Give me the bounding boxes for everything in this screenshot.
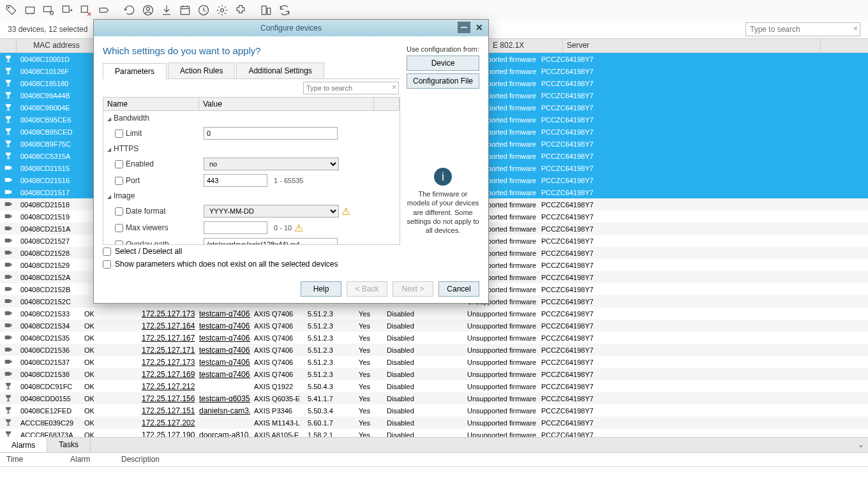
back-button[interactable]: < Back: [347, 281, 387, 297]
chk-show-missing[interactable]: [103, 260, 111, 269]
dialog-titlebar[interactable]: Configure devices ✕: [94, 20, 488, 36]
add-device-icon[interactable]: [58, 1, 76, 19]
cell-hostname[interactable]: danielsn-cam3...: [195, 406, 250, 415]
col-mac[interactable]: MAC address: [17, 39, 97, 52]
cell-ip[interactable]: 172.25.127.151: [138, 406, 195, 415]
table-row[interactable]: 00408CD21538OK172.25.127.169testcam-q740…: [0, 368, 868, 380]
cell-model: AXIS A8105-E: [250, 431, 304, 438]
col-ieee[interactable]: E 802.1X: [489, 39, 563, 52]
cell-hostname[interactable]: testcam-q7406...: [195, 346, 250, 355]
input-port[interactable]: [204, 174, 267, 187]
cell-ip[interactable]: 172.25.127.202: [138, 418, 195, 427]
tab-tasks[interactable]: Tasks: [47, 438, 91, 452]
col-icon[interactable]: [0, 39, 17, 52]
close-button[interactable]: ✕: [473, 22, 486, 33]
group-https[interactable]: HTTPS: [103, 142, 400, 156]
param-col-value[interactable]: Value: [199, 98, 374, 110]
config-file-button[interactable]: Configuration File: [407, 73, 479, 89]
select-enabled[interactable]: no: [204, 158, 339, 170]
cell-ip[interactable]: 172.25.127.173: [138, 309, 195, 318]
cell-hostname[interactable]: testcam-q7406...: [195, 334, 250, 343]
cell-ip[interactable]: 172.25.127.190: [138, 431, 195, 438]
cell-hostname[interactable]: testcam-q7406...: [195, 309, 250, 318]
cell-hostname[interactable]: testcam-q7406...: [195, 370, 250, 379]
col-alarm[interactable]: Alarm: [64, 453, 115, 466]
table-row[interactable]: ACCC8E039C29OK172.25.127.202AXIS M1143-L…: [0, 417, 868, 429]
chk-maxviewers[interactable]: [115, 224, 123, 232]
cell-ip[interactable]: 172.25.127.173: [138, 358, 195, 367]
cell-ip[interactable]: 172.25.127.212: [138, 382, 195, 391]
label-icon[interactable]: [95, 1, 113, 19]
cancel-button[interactable]: Cancel: [438, 281, 479, 297]
chk-enabled[interactable]: [115, 160, 123, 168]
tab-action-rules[interactable]: Action Rules: [168, 63, 235, 78]
table-row[interactable]: 00408CE12FEDOK172.25.127.151danielsn-cam…: [0, 404, 868, 417]
param-col-name[interactable]: Name: [103, 98, 199, 110]
user-screen-icon[interactable]: [40, 1, 57, 19]
input-maxviewers[interactable]: [204, 221, 267, 234]
cell-ip[interactable]: 172.25.127.156: [138, 394, 195, 403]
tab-alarms[interactable]: Alarms: [0, 437, 47, 452]
param-search-input[interactable]: [303, 82, 399, 94]
col-server[interactable]: Server: [563, 39, 821, 52]
cell-hostname[interactable]: doorcam-a810...: [195, 431, 250, 438]
user-icon[interactable]: [139, 1, 157, 19]
param-list[interactable]: Bandwidth Limit HTTPS Enabled no Port 1 …: [103, 111, 400, 245]
clock-icon[interactable]: [195, 1, 213, 19]
date-time-icon[interactable]: [176, 1, 194, 19]
input-limit[interactable]: [204, 127, 338, 140]
table-row[interactable]: 00408CDC91FCOK172.25.127.212AXIS Q19225.…: [0, 380, 868, 392]
table-row[interactable]: 00408CD21533OK172.25.127.173testcam-q740…: [0, 307, 868, 320]
chk-limit[interactable]: [115, 129, 123, 138]
table-row[interactable]: 00408CD21534OK172.25.127.164testcam-q740…: [0, 320, 868, 332]
clear-search-icon[interactable]: ×: [853, 24, 858, 33]
table-row[interactable]: 00408CDD0155OK172.25.127.156testcam-q603…: [0, 392, 868, 404]
group-image[interactable]: Image: [103, 189, 400, 203]
table-row[interactable]: 00408CD21536OK172.25.127.171testcam-q740…: [0, 344, 868, 356]
settings-icon[interactable]: [213, 1, 231, 19]
table-row[interactable]: 00408CD21535OK172.25.127.167testcam-q740…: [0, 332, 868, 344]
chk-port[interactable]: [115, 177, 123, 185]
tab-parameters[interactable]: Parameters: [103, 63, 167, 79]
download-icon[interactable]: [158, 1, 176, 19]
chk-dateformat[interactable]: [115, 207, 123, 216]
cell-ip[interactable]: 172.25.127.167: [138, 334, 195, 343]
minimize-button[interactable]: [458, 22, 470, 33]
cell-hostname[interactable]: testcam-q7406...: [195, 322, 250, 330]
help-button[interactable]: Help: [301, 281, 341, 297]
cell-server: PCCZC64198Y7: [537, 237, 795, 245]
cell-hostname[interactable]: testcam-q6035...: [195, 394, 250, 403]
next-button[interactable]: Next >: [393, 281, 433, 297]
server-icon[interactable]: [257, 1, 275, 19]
cell-ip[interactable]: 172.25.127.164: [138, 322, 195, 330]
col-time[interactable]: Time: [0, 453, 64, 466]
trophy-icon: [0, 66, 17, 77]
restart-icon[interactable]: [121, 1, 138, 19]
select-dateformat[interactable]: YYYY-MM-DD: [204, 205, 339, 218]
cell-fwver: 5.41.1.7: [304, 395, 355, 403]
tab-additional-settings[interactable]: Additional Settings: [236, 63, 324, 78]
refresh-icon[interactable]: [276, 1, 294, 19]
cell-server: PCCZC64198Y7: [537, 104, 795, 112]
tag-icon[interactable]: [3, 1, 20, 19]
chk-overlaypath[interactable]: [115, 240, 123, 246]
cell-hostname[interactable]: testcam-q7406...: [195, 358, 250, 367]
cell-server: PCCZC64198Y7: [537, 274, 795, 281]
trophy-icon: [0, 151, 17, 161]
assign-ip-icon[interactable]: [21, 1, 39, 19]
plugin-icon[interactable]: [232, 1, 250, 19]
remove-device-icon[interactable]: [77, 1, 94, 19]
cell-nat: Disabled: [383, 395, 463, 403]
cell-ip[interactable]: 172.25.127.171: [138, 346, 195, 355]
input-overlaypath[interactable]: [204, 238, 338, 245]
group-bandwidth[interactable]: Bandwidth: [103, 111, 400, 125]
chk-select-all[interactable]: [103, 248, 111, 256]
cell-ip[interactable]: 172.25.127.169: [138, 370, 195, 379]
table-row[interactable]: ACCC8E68373AOK172.25.127.190doorcam-a810…: [0, 429, 868, 437]
clear-param-search-icon[interactable]: ×: [392, 83, 396, 92]
search-input[interactable]: [745, 22, 860, 36]
table-row[interactable]: 00408CD21537OK172.25.127.173testcam-q740…: [0, 356, 868, 368]
device-button[interactable]: Device: [407, 55, 479, 71]
collapse-panel-icon[interactable]: ⌄: [858, 440, 864, 449]
col-desc[interactable]: Description: [115, 453, 166, 466]
